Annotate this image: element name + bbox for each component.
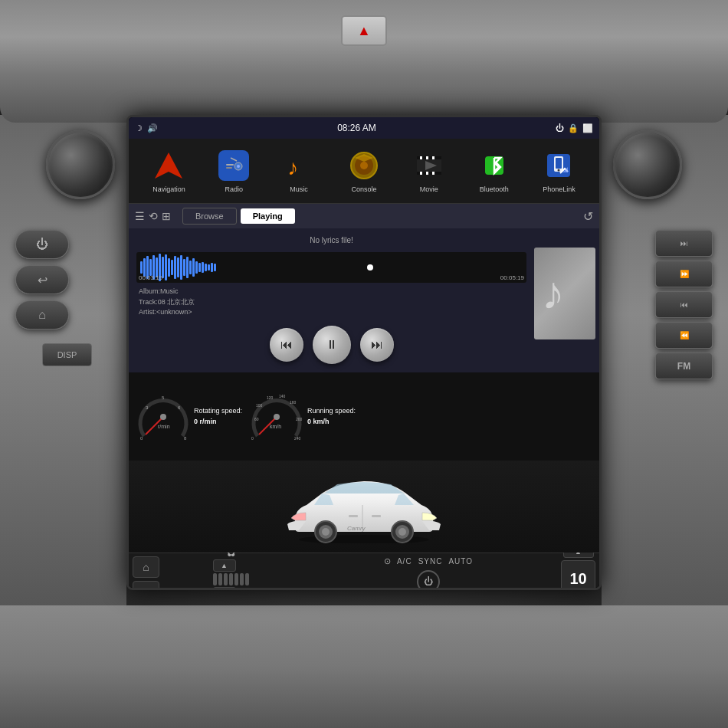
svg-text:8: 8	[184, 436, 187, 441]
car-image: Camry	[280, 471, 448, 543]
svg-rect-5	[226, 167, 232, 169]
repeat-icon: ⟲	[149, 210, 158, 222]
fm-button[interactable]: FM	[655, 353, 713, 379]
seek-forward-button[interactable]: ⏩	[655, 261, 713, 287]
next-icon: ⏭	[371, 338, 383, 352]
svg-text:100: 100	[256, 403, 263, 408]
ac-label: A/C	[397, 557, 412, 566]
home-button[interactable]: ⌂	[15, 300, 69, 330]
sync-label: SYNC	[418, 557, 443, 566]
svg-rect-4	[226, 164, 234, 166]
player-tabs: ☰ ⟲ ⊞ Browse Playing ↺	[129, 204, 599, 228]
bluetooth-icon-btn[interactable]: Bluetooth	[477, 149, 511, 193]
svg-text:140: 140	[279, 394, 286, 398]
tab-playing[interactable]: Playing	[241, 208, 295, 224]
navigation-icon-btn[interactable]: Navigation	[152, 149, 185, 193]
climate-power-btn[interactable]: ⏻	[417, 570, 440, 588]
pause-button[interactable]: ⏸	[313, 326, 351, 364]
disp-button[interactable]: DISP	[42, 343, 92, 366]
climate-icons-row: ⊙ A/C SYNC AUTO	[384, 556, 473, 566]
svg-point-25	[558, 169, 560, 172]
svg-text:120: 120	[267, 395, 274, 400]
speed-gauge: 0 60 100 120 140 160 200 240 km/h	[250, 390, 303, 444]
right-side-buttons: ⏭ ⏩ ⏮ ⏪ FM	[636, 230, 713, 379]
svg-text:♪: ♪	[287, 156, 298, 179]
screen-bezel: ☽ 🔊 08:26 AM ⏻ 🔒 ⬜ Navigation	[126, 115, 602, 590]
console-icon-img	[347, 149, 381, 182]
skip-prev-button[interactable]: ⏮	[655, 291, 713, 318]
speed-label: Running speed: 0 km/h	[307, 406, 356, 427]
speed-gauge-svg: 0 60 100 120 140 160 200 240 km/h	[250, 390, 303, 444]
console-icon-btn[interactable]: Console	[347, 149, 381, 193]
rpm-label: Rotating speed: 0 r/min	[194, 406, 242, 427]
svg-point-51	[322, 528, 330, 536]
progress-dot	[367, 264, 373, 271]
next-button[interactable]: ⏭	[360, 328, 394, 362]
speed-label-text: Running speed:	[307, 406, 356, 417]
svg-rect-14	[420, 156, 422, 159]
screen-icon: ⬜	[582, 123, 593, 133]
time-end: 00:05:19	[500, 274, 524, 281]
radio-label: Radio	[225, 185, 244, 193]
console-label: Console	[351, 185, 376, 193]
svg-rect-19	[432, 172, 435, 175]
back-btn[interactable]: ←	[133, 581, 159, 589]
gauges-area: 0 3 5 6 8 r/min Rotating speed: 0 r/min	[129, 372, 599, 461]
phonelink-icon-img	[542, 149, 576, 182]
volume-icon: 🔊	[147, 123, 158, 133]
radio-icon-btn[interactable]: Radio	[217, 149, 251, 193]
skip-next-button[interactable]: ⏭	[655, 230, 713, 257]
movie-icon-img	[412, 149, 446, 182]
right-knob[interactable]	[613, 130, 682, 199]
ac-fan-icon: ⊙	[384, 556, 391, 566]
fan-down-left[interactable]: ▼	[213, 587, 236, 589]
svg-text:0: 0	[251, 436, 254, 441]
seek-back-button[interactable]: ⏪	[655, 322, 713, 349]
svg-rect-17	[420, 172, 422, 175]
pause-icon: ⏸	[326, 338, 338, 352]
svg-rect-15	[426, 156, 428, 159]
prev-icon: ⏮	[280, 338, 293, 352]
back-button[interactable]: ↩	[15, 265, 69, 294]
svg-rect-56	[349, 515, 358, 517]
rpm-gauge-container: 0 3 5 6 8 r/min Rotating speed: 0 r/min	[136, 390, 242, 444]
fan-bar	[213, 573, 249, 585]
lock-icon: 🔒	[568, 123, 579, 133]
svg-marker-0	[155, 152, 182, 179]
prev-button[interactable]: ⏮	[270, 328, 303, 362]
svg-point-54	[398, 528, 406, 536]
power-button-left[interactable]: ⏻	[15, 230, 69, 259]
refresh-icon[interactable]: ↺	[583, 209, 593, 224]
album-art: ♪	[534, 248, 595, 339]
app-icons-row: Navigation	[129, 139, 599, 204]
svg-text:160: 160	[290, 400, 297, 405]
track-text: Track:08 北京北京	[139, 297, 524, 308]
tab-browse[interactable]: Browse	[182, 208, 237, 225]
home-btn[interactable]: ⌂	[133, 556, 159, 578]
player-left: No lyrics file!	[133, 232, 530, 369]
grid-icon: ⊞	[162, 210, 171, 222]
phonelink-icon-btn[interactable]: PhoneLink	[542, 149, 576, 193]
speed-gauge-container: 0 60 100 120 140 160 200 240 km/h Runnin…	[250, 390, 356, 444]
movie-icon-btn[interactable]: Movie	[412, 149, 446, 193]
temp-display: 10	[561, 560, 595, 589]
dashboard: ⏻ ↩ ⌂ DISP ⏭ ⏩ ⏮ ⏪ FM ☽ 🔊 08:26 AM ⏻ 🔒 ⬜	[0, 0, 728, 728]
time-start: 00:03:19	[139, 274, 162, 281]
dash-top	[0, 0, 728, 123]
music-note-svg: ♪	[538, 255, 592, 332]
svg-point-29	[160, 414, 166, 420]
fan-up-left[interactable]: ▲	[213, 559, 236, 572]
music-icon-btn[interactable]: ♪ Music	[282, 149, 316, 193]
left-side-buttons: ⏻ ↩ ⌂ DISP	[15, 230, 92, 359]
bt-icon-img	[477, 149, 511, 182]
svg-rect-57	[372, 515, 381, 517]
left-knob[interactable]	[46, 130, 115, 199]
status-bar: ☽ 🔊 08:26 AM ⏻ 🔒 ⬜	[129, 117, 599, 139]
hazard-button[interactable]	[341, 15, 387, 46]
rpm-label-text: Rotating speed:	[194, 406, 242, 417]
waveform-area[interactable]: 00:03:19 00:05:19	[136, 252, 526, 283]
radio-icon-img	[217, 149, 251, 182]
playback-controls: ⏮ ⏸ ⏭	[133, 322, 530, 368]
rpm-gauge-svg: 0 3 5 6 8 r/min	[136, 390, 190, 444]
navigation-label: Navigation	[152, 185, 185, 193]
